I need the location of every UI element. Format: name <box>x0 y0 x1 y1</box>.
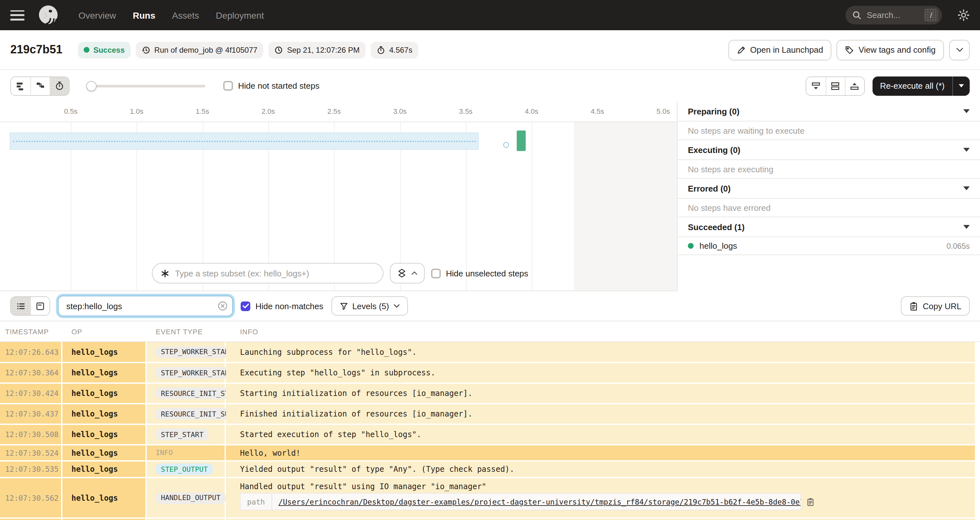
gantt-flat-view-button[interactable] <box>11 77 30 95</box>
reexecute-dropdown-caret[interactable] <box>953 76 970 95</box>
search-input[interactable]: Search... / <box>845 6 942 24</box>
structured-log-icon <box>35 301 45 311</box>
history-icon <box>142 45 151 54</box>
gantt-execution-bar[interactable] <box>517 130 526 151</box>
step-layers-button[interactable] <box>390 263 425 284</box>
log-row[interactable]: 12:07:30.437hello_logsRESOURCE_INIT_SUCC… <box>0 404 975 423</box>
op-selector-icon <box>160 268 170 278</box>
log-op-name: hello_logs <box>62 445 145 460</box>
nav-item-assets[interactable]: Assets <box>172 10 199 20</box>
log-row[interactable]: 12:07:30.524hello_logsINFOHello, world! <box>0 445 975 460</box>
dagster-logo[interactable] <box>37 4 59 26</box>
copy-path-icon[interactable] <box>806 497 815 506</box>
log-info-text: Hello, world! <box>240 448 301 457</box>
status-badge: Success <box>78 41 130 58</box>
layers-icon <box>397 268 407 278</box>
status-section-empty-text: No steps have errored <box>678 199 980 217</box>
split-panels-button[interactable] <box>825 77 845 95</box>
log-info-cell: Hello, world! <box>226 445 975 460</box>
nav-item-deployment[interactable]: Deployment <box>216 10 264 20</box>
log-view-mode-group <box>10 296 50 315</box>
gridline <box>531 122 532 290</box>
dagster-app: OverviewRunsAssetsDeployment Search... / <box>0 0 980 520</box>
log-row[interactable]: 12:07:30.573hello_logsSTEP_SUCCESSFinish… <box>0 519 975 520</box>
path-link[interactable]: /Users/erincochran/Desktop/dagster-examp… <box>272 497 801 506</box>
status-section-header[interactable]: Errored (0) <box>678 179 980 199</box>
hide-unselected-checkbox[interactable] <box>431 268 441 278</box>
clear-filter-icon[interactable] <box>218 301 228 311</box>
nav-item-runs[interactable]: Runs <box>133 10 155 20</box>
gantt-waiting-bar[interactable] <box>10 132 479 150</box>
axis-tick-label: 3.5s <box>459 107 473 115</box>
event-type-badge: INFO <box>156 447 178 459</box>
log-info-text: Finished initialization of resources [io… <box>240 409 472 419</box>
gantt-view-mode-group <box>10 76 70 95</box>
log-info-cell: Started execution of step "hello_logs". <box>226 425 975 444</box>
log-info-text: Launching subprocess for "hello_logs". <box>240 347 417 357</box>
run-actions-dropdown-button[interactable] <box>949 40 970 60</box>
log-table-header: TIMESTAMPOPEVENT TYPEINFO <box>0 321 980 342</box>
collapse-bottom-panel-button[interactable] <box>806 77 825 95</box>
axis-tick-label: 1.5s <box>196 107 209 115</box>
gantt-zoom-slider[interactable] <box>86 81 205 91</box>
gantt-dotted-dependency-line <box>13 141 476 142</box>
tag-icon <box>845 45 854 54</box>
copy-url-button[interactable]: Copy URL <box>901 296 970 315</box>
slider-handle[interactable] <box>86 81 97 91</box>
metadata-path-box: path/Users/erincochran/Desktop/dagster-e… <box>240 493 801 510</box>
collapse-caret-icon[interactable] <box>963 186 970 190</box>
log-structured-view-button[interactable] <box>30 297 49 315</box>
gantt-timed-view-button[interactable] <box>49 77 69 95</box>
gantt-waterfall-view-button[interactable] <box>30 77 49 95</box>
log-info-cell: Launching subprocess for "hello_logs". <box>226 342 975 362</box>
log-list-view-button[interactable] <box>11 297 30 315</box>
log-column-header: TIMESTAMP <box>0 328 61 335</box>
status-dot-icon <box>84 47 89 53</box>
status-section-empty-text: No steps are waiting to execute <box>678 122 980 140</box>
log-timestamp: 12:07:26.643 <box>0 342 61 362</box>
pencil-icon <box>737 45 746 54</box>
collapse-top-panel-button[interactable] <box>845 77 864 95</box>
hide-non-matches-checkbox[interactable] <box>241 301 250 311</box>
status-section-header[interactable]: Executing (0) <box>678 140 980 160</box>
log-op-name: hello_logs <box>62 461 145 477</box>
log-row[interactable]: 12:07:30.562hello_logsHANDLED_OUTPUTHand… <box>0 478 975 517</box>
log-info-text: Handled output "result" using IO manager… <box>240 482 487 491</box>
collapse-caret-icon[interactable] <box>963 225 970 229</box>
log-filter-input[interactable] <box>58 296 233 316</box>
settings-gear-icon[interactable] <box>958 9 970 21</box>
levels-dropdown[interactable]: Levels (5) <box>331 296 408 315</box>
axis-tick-label: 0.5s <box>64 107 78 115</box>
top-nav: OverviewRunsAssetsDeployment Search... / <box>0 0 980 30</box>
hide-not-started-checkbox[interactable] <box>223 81 233 90</box>
step-subset-row: Type a step subset (ex: hello_logs+) Hid… <box>152 263 528 284</box>
path-label: path <box>241 494 272 510</box>
hamburger-menu-icon[interactable] <box>10 10 24 20</box>
caret-down-icon <box>959 84 964 87</box>
axis-tick-label: 3.0s <box>393 107 407 115</box>
status-section-header[interactable]: Preparing (0) <box>678 101 980 122</box>
axis-tick-label: 2.0s <box>262 107 275 115</box>
step-subset-input[interactable]: Type a step subset (ex: hello_logs+) <box>152 263 383 284</box>
gantt-step-marker-icon[interactable] <box>503 142 509 148</box>
gantt-chart[interactable]: 0.5s1.0s1.5s2.0s2.5s3.0s3.5s4.0s4.5s5.0s… <box>0 101 677 291</box>
open-in-launchpad-button[interactable]: Open in Launchpad <box>729 40 832 60</box>
log-row[interactable]: 12:07:30.424hello_logsRESOURCE_INIT_STAR… <box>0 384 975 403</box>
log-row[interactable]: 12:07:30.508hello_logsSTEP_STARTStarted … <box>0 425 975 444</box>
collapse-caret-icon[interactable] <box>963 109 970 113</box>
log-row[interactable]: 12:07:30.535hello_logsSTEP_OUTPUTYielded… <box>0 461 975 477</box>
collapse-caret-icon[interactable] <box>963 148 970 152</box>
status-section-header[interactable]: Succeeded (1) <box>678 217 980 237</box>
succeeded-step-row[interactable]: hello_logs0.065s <box>678 237 980 255</box>
log-timestamp: 12:07:30.437 <box>0 404 61 423</box>
step-success-dot-icon <box>688 243 694 249</box>
collapse-down-icon <box>810 81 821 91</box>
search-icon <box>852 10 862 20</box>
nav-item-overview[interactable]: Overview <box>78 10 116 20</box>
log-info-cell: Finished execution of step "hello_logs" … <box>226 519 975 520</box>
log-row[interactable]: 12:07:30.364hello_logsSTEP_WORKER_STARTE… <box>0 363 975 382</box>
view-tags-config-button[interactable]: View tags and config <box>837 40 944 60</box>
reexecute-all-button[interactable]: Re-execute all (*) <box>872 76 970 95</box>
log-row[interactable]: 12:07:26.643hello_logsSTEP_WORKER_STARTI… <box>0 342 975 362</box>
log-toolbar: Hide non-matches Levels (5) Copy URL <box>0 291 980 321</box>
